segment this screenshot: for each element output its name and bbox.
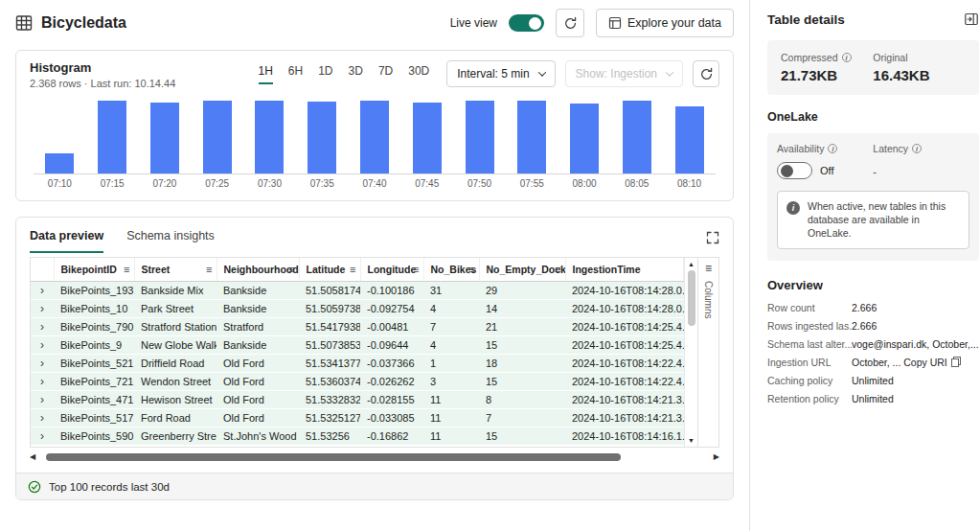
scroll-right-arrow[interactable]: ▶ <box>714 453 719 461</box>
table-cell: -0.028155 <box>360 390 423 408</box>
table-cell: BikePoints_9 <box>54 335 134 354</box>
row-expand-chevron[interactable]: › <box>31 390 54 408</box>
column-header-label: Latitude <box>307 264 346 275</box>
column-menu-icon[interactable]: ≡ <box>350 264 355 275</box>
interval-dropdown[interactable]: Interval: 5 min <box>446 60 555 87</box>
column-header[interactable]: BikepointID≡ <box>54 258 134 281</box>
column-header[interactable]: No_Empty_Docks≡ <box>479 258 565 281</box>
histogram-bar[interactable] <box>150 103 179 173</box>
horizontal-scroll-thumb[interactable] <box>46 453 621 461</box>
table-row[interactable]: ›BikePoints_521Driffield RoadOld Ford51.… <box>31 354 684 372</box>
table-cell: Stratford Station <box>134 317 217 335</box>
table-cell: 2024-10-16T08:14:25.4... <box>565 335 684 354</box>
scroll-up-arrow[interactable]: ▲ <box>688 261 695 267</box>
table-cell: 29 <box>479 281 565 299</box>
histogram-bar[interactable] <box>308 102 336 173</box>
column-menu-icon[interactable]: ≡ <box>288 264 294 275</box>
column-menu-icon[interactable]: ≡ <box>124 264 129 275</box>
row-expand-chevron[interactable]: › <box>31 408 54 427</box>
table-row[interactable]: ›BikePoints_590Greenberry StreetSt.John'… <box>31 427 684 445</box>
vertical-scroll-track[interactable] <box>685 267 697 437</box>
column-header[interactable]: Neighbourhood≡ <box>217 258 299 281</box>
overview-row: Schema last alter...voge@inspari.dk, Oct… <box>767 338 979 350</box>
live-view-label: Live view <box>450 16 497 30</box>
column-menu-icon[interactable]: ≡ <box>468 264 474 275</box>
column-header[interactable]: Longitude≡ <box>360 258 423 281</box>
table-row[interactable]: ›BikePoints_721Wendon StreetOld Ford51.5… <box>31 372 684 390</box>
expand-icon[interactable] <box>706 231 719 244</box>
table-row[interactable]: ›BikePoints_193Bankside MixBankside51.50… <box>31 281 684 299</box>
table-row[interactable]: ›BikePoints_471Hewison StreetOld Ford51.… <box>31 390 684 408</box>
onelake-availability-toggle[interactable] <box>777 162 812 179</box>
scroll-left-arrow[interactable]: ◀ <box>30 453 35 461</box>
histogram-bar[interactable] <box>466 101 494 173</box>
live-view-toggle[interactable] <box>509 14 544 32</box>
table-cell: 2024-10-16T08:14:25.4... <box>565 317 684 335</box>
row-expand-chevron[interactable]: › <box>31 335 54 354</box>
range-tab-7d[interactable]: 7D <box>378 64 393 84</box>
collapse-panel-icon[interactable] <box>964 12 979 27</box>
table-row[interactable]: ›BikePoints_790Stratford StationStratfor… <box>31 317 684 335</box>
range-tab-1d[interactable]: 1D <box>318 64 332 84</box>
tab-schema-insights[interactable]: Schema insights <box>126 229 215 253</box>
histogram-bar[interactable] <box>413 103 442 173</box>
table-row[interactable]: ›BikePoints_517Ford RoadOld Ford51.53251… <box>31 408 684 427</box>
row-expand-chevron[interactable]: › <box>31 427 54 445</box>
original-stat: Original 16.43KB <box>873 52 965 83</box>
histogram-bar[interactable] <box>675 106 704 173</box>
row-expand-chevron[interactable]: › <box>31 354 54 372</box>
range-tab-30d[interactable]: 30D <box>408 64 429 84</box>
refresh-button[interactable] <box>556 9 584 37</box>
histogram-bar[interactable] <box>255 101 284 173</box>
row-expand-chevron[interactable]: › <box>31 281 54 299</box>
column-header[interactable]: IngestionTime <box>565 258 684 281</box>
histogram-bar[interactable] <box>360 101 389 173</box>
column-menu-icon[interactable]: ≡ <box>413 264 419 275</box>
compressed-value: 21.73KB <box>781 67 873 83</box>
info-icon[interactable]: i <box>828 144 837 153</box>
horizontal-scroll-track[interactable] <box>40 453 709 461</box>
table-cell: 1 <box>423 354 479 372</box>
histogram-bar[interactable] <box>517 101 546 173</box>
histogram-bar[interactable] <box>623 101 651 173</box>
copy-icon[interactable] <box>951 357 961 367</box>
vertical-scrollbar[interactable]: ▲ ▼ <box>684 258 697 447</box>
columns-panel[interactable]: ≡ Columns <box>697 258 718 447</box>
overview-label: Schema last alter... <box>767 338 852 350</box>
column-header[interactable]: Street≡ <box>134 258 217 281</box>
range-tab-1h[interactable]: 1H <box>259 64 273 84</box>
range-tab-3d[interactable]: 3D <box>349 64 363 84</box>
column-header[interactable]: No_Bikes≡ <box>423 258 479 281</box>
row-expand-chevron[interactable]: › <box>31 372 54 390</box>
histogram-refresh-button[interactable] <box>693 60 719 87</box>
columns-menu-icon[interactable]: ≡ <box>705 263 712 274</box>
row-expand-chevron[interactable]: › <box>31 317 54 335</box>
tab-data-preview[interactable]: Data preview <box>30 229 103 253</box>
x-tick-label: 07:20 <box>139 178 192 189</box>
histogram-bar[interactable] <box>203 101 232 173</box>
time-range-tabs: 1H6H1D3D7D30D <box>259 64 430 84</box>
overview-value: Unlimited <box>852 393 894 404</box>
explore-data-button[interactable]: Explore your data <box>596 9 734 37</box>
info-icon[interactable]: i <box>842 53 852 62</box>
original-value: 16.43KB <box>873 67 965 83</box>
table-row[interactable]: ›BikePoints_9New Globe WalkBankside51.50… <box>31 335 684 354</box>
histogram-bar[interactable] <box>98 101 126 173</box>
table-cell: -0.09644 <box>360 335 423 354</box>
column-menu-icon[interactable]: ≡ <box>206 264 212 275</box>
scroll-down-arrow[interactable]: ▼ <box>688 437 695 444</box>
column-menu-icon[interactable]: ≡ <box>555 264 560 275</box>
column-header[interactable]: Latitude≡ <box>299 258 360 281</box>
row-expand-chevron[interactable]: › <box>31 299 54 317</box>
info-icon[interactable]: i <box>912 144 922 153</box>
original-label: Original <box>873 52 907 63</box>
vertical-scroll-thumb[interactable] <box>688 270 695 326</box>
range-tab-6h[interactable]: 6H <box>288 64 303 84</box>
overview-value: voge@inspari.dk, October,... <box>852 338 979 350</box>
histogram-bar[interactable] <box>570 104 599 173</box>
column-header-label: Street <box>142 264 171 275</box>
overview-row: Row count2.666 <box>767 302 979 313</box>
table-row[interactable]: ›BikePoints_10Park StreetBankside51.5059… <box>31 299 684 317</box>
histogram-bar[interactable] <box>45 153 74 173</box>
overview-label: Ingestion URL <box>767 357 852 368</box>
